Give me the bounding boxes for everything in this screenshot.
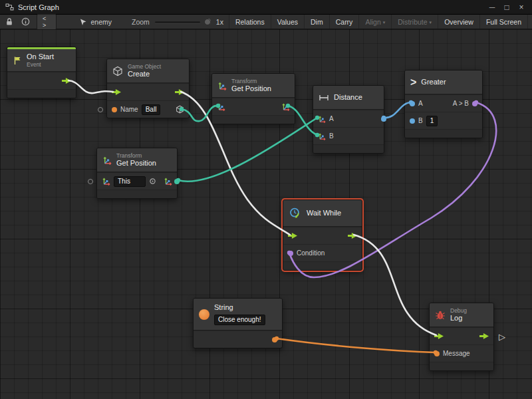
node-title: On Start bbox=[27, 53, 54, 61]
node-on-start-event[interactable]: On Start Event bbox=[7, 47, 76, 98]
info-icon[interactable] bbox=[20, 17, 31, 26]
b-value-field[interactable]: 1 bbox=[426, 116, 438, 126]
carry-button[interactable]: Carry bbox=[329, 15, 359, 29]
close-button[interactable]: × bbox=[516, 3, 527, 12]
minimize-button[interactable]: ─ bbox=[487, 3, 497, 12]
node-get-position-b[interactable]: Transform Get Position This bbox=[96, 148, 178, 199]
script-graph-window: Script Graph ─ □ × < > enemy Zoom 1x Rel… bbox=[0, 0, 532, 399]
node-footer bbox=[405, 129, 482, 138]
object-picker-icon[interactable] bbox=[149, 178, 156, 185]
distance-result-port[interactable] bbox=[381, 116, 386, 122]
condition-input-port[interactable] bbox=[288, 251, 293, 256]
dim-button[interactable]: Dim bbox=[304, 15, 329, 29]
graph-context-breadcrumb[interactable]: enemy bbox=[79, 18, 112, 26]
wire-getposition-b-to-distance-a bbox=[178, 118, 317, 182]
flow-out-port[interactable] bbox=[62, 78, 71, 84]
string-output-port[interactable] bbox=[272, 337, 277, 342]
flow-in-port[interactable] bbox=[112, 89, 121, 95]
zoom-slider[interactable] bbox=[155, 17, 201, 27]
port-row: B 1 bbox=[405, 112, 482, 129]
toolbar-button-group: Relations Values Dim Carry Align▾ Distri… bbox=[229, 15, 528, 29]
lock-icon[interactable] bbox=[4, 17, 15, 26]
align-button[interactable]: Align▾ bbox=[358, 15, 391, 29]
position-output-port[interactable] bbox=[174, 179, 180, 184]
b-input-port[interactable] bbox=[410, 118, 415, 124]
wire-string-to-log-message bbox=[277, 338, 436, 352]
port-label: Message bbox=[443, 350, 470, 357]
flow-in-port[interactable] bbox=[288, 233, 297, 239]
transform-axes-icon bbox=[217, 81, 227, 90]
name-value-field[interactable]: Ball bbox=[142, 104, 161, 115]
node-title: Distance bbox=[334, 93, 362, 102]
greater-than-icon: > bbox=[410, 77, 416, 88]
node-footer bbox=[97, 190, 177, 198]
port-label: Condition bbox=[297, 249, 325, 257]
vector-input-port-icon[interactable] bbox=[318, 115, 326, 123]
overview-button[interactable]: Overview bbox=[438, 15, 479, 29]
flow-out-port[interactable] bbox=[348, 233, 357, 239]
node-title: Get Position bbox=[231, 84, 271, 93]
transform-input-port-icon[interactable] bbox=[217, 102, 225, 111]
game-object-output-port-icon[interactable] bbox=[176, 105, 184, 114]
node-surtitle: Transform bbox=[116, 152, 156, 159]
target-value-field[interactable]: This bbox=[114, 176, 146, 187]
port-label: B bbox=[329, 132, 334, 140]
zoom-slider-handle[interactable] bbox=[204, 19, 211, 25]
flow-in-port[interactable] bbox=[434, 333, 444, 339]
node-footer bbox=[283, 261, 362, 270]
unconnected-port-icon bbox=[88, 179, 93, 184]
position-output-port-icon[interactable] bbox=[164, 177, 172, 186]
flag-icon bbox=[13, 56, 22, 65]
string-circle-icon bbox=[199, 309, 209, 320]
relations-button[interactable]: Relations bbox=[229, 15, 271, 29]
a-input-port[interactable] bbox=[410, 101, 415, 106]
node-surtitle: Debug bbox=[450, 307, 467, 314]
node-greater[interactable]: > Greater A A > B B 1 bbox=[404, 70, 483, 138]
flow-out-port[interactable] bbox=[175, 89, 184, 95]
transform-input-port-icon[interactable] bbox=[102, 177, 110, 186]
node-distance[interactable]: Distance A B bbox=[313, 85, 384, 154]
node-footer bbox=[313, 144, 384, 153]
message-input-port[interactable] bbox=[434, 351, 440, 356]
node-footer bbox=[430, 362, 493, 370]
distribute-button[interactable]: Distribute▾ bbox=[391, 15, 438, 29]
node-surtitle: Transform bbox=[231, 78, 271, 84]
graph-canvas[interactable]: On Start Event Game Object Create bbox=[0, 29, 532, 399]
port-row: Message bbox=[430, 344, 493, 362]
node-subtitle: Event bbox=[27, 61, 54, 68]
node-get-position-a[interactable]: Transform Get Position bbox=[211, 73, 295, 124]
window-titlebar: Script Graph ─ □ × bbox=[0, 0, 532, 15]
node-title: Log bbox=[450, 314, 467, 323]
port-row bbox=[107, 83, 189, 100]
chevron-down-icon: ▾ bbox=[383, 20, 386, 25]
vector-input-port-icon[interactable] bbox=[318, 132, 326, 140]
code-preview-toggle[interactable]: < > bbox=[37, 14, 57, 30]
node-debug-log[interactable]: Debug Log ▷ Message bbox=[429, 303, 494, 371]
values-button[interactable]: Values bbox=[271, 15, 304, 29]
maximize-button[interactable]: □ bbox=[501, 3, 512, 12]
result-output-port[interactable] bbox=[472, 101, 477, 106]
wait-clock-icon bbox=[289, 207, 302, 220]
port-row bbox=[212, 98, 295, 115]
flow-out-port[interactable] bbox=[479, 333, 489, 339]
node-wait-while[interactable]: Wait While Condition bbox=[283, 200, 362, 271]
chevron-down-icon: ▾ bbox=[430, 20, 432, 25]
name-input-port[interactable] bbox=[112, 107, 117, 112]
position-output-port-icon[interactable] bbox=[281, 102, 290, 111]
bug-icon bbox=[435, 311, 446, 320]
node-string[interactable]: String Close enough! bbox=[193, 298, 283, 348]
node-footer bbox=[212, 115, 295, 124]
transform-axes-icon bbox=[102, 156, 112, 165]
string-value-field[interactable]: Close enough! bbox=[214, 315, 265, 325]
graph-context-name: enemy bbox=[90, 18, 112, 26]
full-screen-button[interactable]: Full Screen bbox=[479, 15, 527, 29]
window-title: Script Graph bbox=[18, 3, 59, 11]
node-footer bbox=[7, 89, 76, 98]
port-label: B bbox=[418, 117, 423, 124]
port-row bbox=[7, 72, 76, 89]
port-label: Name bbox=[120, 106, 138, 113]
carry-indicator-icon: ▷ bbox=[499, 332, 505, 340]
node-title: String bbox=[214, 303, 265, 312]
port-row bbox=[283, 227, 362, 244]
node-game-object-create[interactable]: Game Object Create Name Ball bbox=[106, 59, 190, 118]
